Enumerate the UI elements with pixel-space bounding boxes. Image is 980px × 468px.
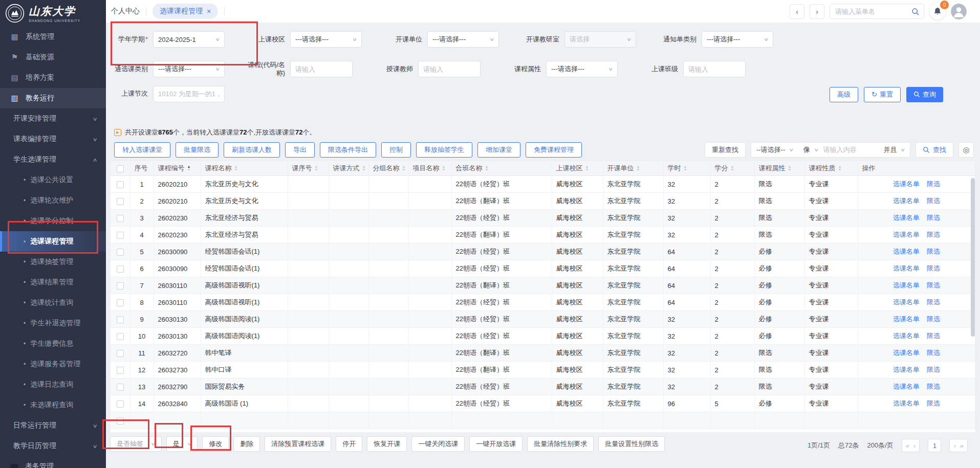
sort-icon[interactable]: ▲▼	[684, 165, 687, 171]
sidebar-subitem[interactable]: • 未选课程查询	[0, 395, 106, 415]
find-logic-select[interactable]: 并且 ∨	[878, 145, 910, 154]
course-input[interactable]	[290, 61, 353, 77]
footer-control[interactable]: 批量清除性别要求 ∨	[527, 436, 594, 452]
column-header[interactable]: 上课校区▲▼	[552, 161, 603, 176]
find-value-input[interactable]	[823, 146, 878, 153]
column-header[interactable]: 学时▲▼	[663, 161, 710, 176]
column-header[interactable]: 开课单位▲▼	[603, 161, 663, 176]
column-header[interactable]: 课程名称▲▼	[201, 161, 288, 176]
semester-select[interactable]: 2024-2025-1 ∨	[153, 31, 225, 48]
notifications-button[interactable]: 0	[929, 3, 946, 19]
staffroom-select[interactable]: 请选择 ∨	[564, 31, 636, 48]
toolbar-button[interactable]: 转入选课课堂	[114, 142, 170, 158]
course-roster-link[interactable]: 选课名单	[893, 231, 920, 238]
pagination-current-page[interactable]: 1	[928, 439, 941, 452]
row-checkbox[interactable]	[117, 367, 124, 374]
row-checkbox[interactable]	[117, 316, 124, 323]
footer-control[interactable]: 是否抽签 ∨	[110, 436, 162, 452]
row-checkbox[interactable]	[117, 232, 124, 239]
restrict-link[interactable]: 限选	[927, 366, 940, 373]
row-checkbox[interactable]	[117, 198, 124, 205]
pagination-first-prev[interactable]: «‹	[902, 439, 920, 452]
sort-icon[interactable]: ▲▼	[402, 165, 406, 171]
footer-control[interactable]: 是 ∨	[166, 436, 198, 452]
sidebar-subitem[interactable]: • 选课服务器管理	[0, 354, 106, 374]
column-header[interactable]: 序号▲▼	[130, 161, 154, 176]
restrict-link[interactable]: 限选	[927, 298, 940, 306]
avatar[interactable]	[951, 4, 967, 19]
sidebar-subitem[interactable]: • 学生缴费信息	[0, 333, 106, 354]
restrict-link[interactable]: 限选	[927, 180, 940, 188]
sidebar-subitem[interactable]: • 选课轮次维护	[0, 190, 106, 211]
tab-course-selection-mgmt[interactable]: 选课课程管理 ×	[153, 4, 218, 19]
restrict-link[interactable]: 限选	[927, 197, 940, 205]
course-roster-link[interactable]: 选课名单	[893, 332, 920, 340]
column-header[interactable]: 课程属性▲▼	[754, 161, 804, 176]
find-operator-select[interactable]: 像 ∨	[798, 145, 823, 154]
row-checkbox[interactable]	[117, 282, 124, 289]
footer-control[interactable]: 一键开放选课 ∨	[469, 436, 522, 452]
unit-select[interactable]: ---请选择--- ∨	[427, 31, 499, 48]
sidebar-group-item[interactable]: ▥ 教务运行	[0, 88, 106, 108]
course-roster-link[interactable]: 选课名单	[893, 383, 920, 390]
toolbar-button[interactable]: 批量限选	[176, 142, 219, 158]
menu-search-input[interactable]	[835, 8, 912, 15]
nav-forward-button[interactable]: ›	[810, 4, 824, 19]
sidebar-menu-item[interactable]: 日常运行管理 ∨	[0, 415, 106, 436]
sidebar-subitem[interactable]: • 选课日志查询	[0, 374, 106, 395]
column-header[interactable]: 分组名称▲▼	[368, 161, 408, 176]
footer-control[interactable]: 删除 ∨	[233, 436, 260, 452]
course-roster-link[interactable]: 选课名单	[893, 399, 920, 407]
research-button[interactable]: 重新查找	[705, 142, 746, 158]
sort-icon[interactable]: ▲▼	[585, 165, 589, 171]
nav-back-button[interactable]: ‹	[790, 4, 804, 19]
sidebar-subitem[interactable]: • 选课抽签管理	[0, 252, 106, 272]
sort-icon[interactable]: ▲▼	[485, 165, 489, 171]
row-checkbox[interactable]	[117, 181, 124, 188]
course-roster-link[interactable]: 选课名单	[893, 248, 920, 255]
sort-icon[interactable]: ▲▼	[442, 165, 446, 171]
sort-icon[interactable]: ▲▼	[637, 165, 640, 171]
column-header[interactable]: 学分▲▼	[710, 161, 754, 176]
row-checkbox[interactable]	[117, 400, 124, 408]
course-roster-link[interactable]: 选课名单	[893, 214, 920, 221]
campus-select[interactable]: ---请选择--- ∨	[290, 31, 362, 48]
sidebar-subitem[interactable]: • 选课统计查询	[0, 293, 106, 313]
footer-control[interactable]: 一键关闭选课 ∨	[411, 436, 465, 452]
notice-type-select[interactable]: ---请选择--- ∨	[702, 31, 773, 48]
sidebar-menu-item[interactable]: 开课安排管理 ∨	[0, 108, 106, 129]
row-checkbox[interactable]	[117, 333, 124, 340]
course-roster-link[interactable]: 选课名单	[893, 180, 920, 188]
sidebar-item-exam-mgmt[interactable]: 考务管理	[0, 456, 106, 468]
column-header[interactable]: 课程编号▲▼	[154, 161, 201, 176]
toolbar-button[interactable]: 导出	[285, 142, 315, 158]
toolbar-button[interactable]: 限选条件导出	[320, 142, 376, 158]
toolbar-button[interactable]: 刷新选课人数	[224, 142, 280, 158]
row-checkbox[interactable]	[117, 384, 124, 391]
column-header[interactable]: 合班名称▲▼	[451, 161, 552, 176]
row-checkbox[interactable]	[117, 249, 124, 256]
reset-button[interactable]: ↻ 重置	[864, 87, 901, 102]
toolbar-button[interactable]: 释放抽签学生	[416, 142, 472, 158]
restrict-link[interactable]: 限选	[927, 383, 940, 390]
course-roster-link[interactable]: 选课名单	[893, 264, 920, 272]
course-roster-link[interactable]: 选课名单	[893, 315, 920, 323]
footer-control[interactable]: 修改 ∨	[202, 436, 229, 452]
sort-icon[interactable]: ▲▼	[234, 165, 238, 171]
class-input[interactable]	[683, 61, 746, 77]
tab-personal-center[interactable]: 个人中心	[111, 7, 140, 16]
restrict-link[interactable]: 限选	[927, 332, 940, 340]
footer-control[interactable]: 清除预置课程选课 ∨	[265, 436, 331, 452]
sidebar-subitem[interactable]: • 选课课程管理	[0, 231, 106, 252]
sidebar-group-item[interactable]: ⚑ 基础资源	[0, 47, 106, 68]
settings-button[interactable]: ◎	[959, 142, 974, 158]
row-checkbox[interactable]	[117, 265, 124, 273]
course-roster-link[interactable]: 选课名单	[893, 298, 920, 306]
restrict-link[interactable]: 限选	[927, 315, 940, 323]
search-icon[interactable]	[911, 8, 920, 16]
sidebar-menu-item[interactable]: 课表编排管理 ∨	[0, 129, 106, 149]
restrict-link[interactable]: 限选	[927, 399, 940, 407]
row-checkbox[interactable]	[117, 350, 124, 357]
column-header[interactable]: 项目名称▲▼	[408, 161, 451, 176]
course-roster-link[interactable]: 选课名单	[893, 349, 920, 356]
